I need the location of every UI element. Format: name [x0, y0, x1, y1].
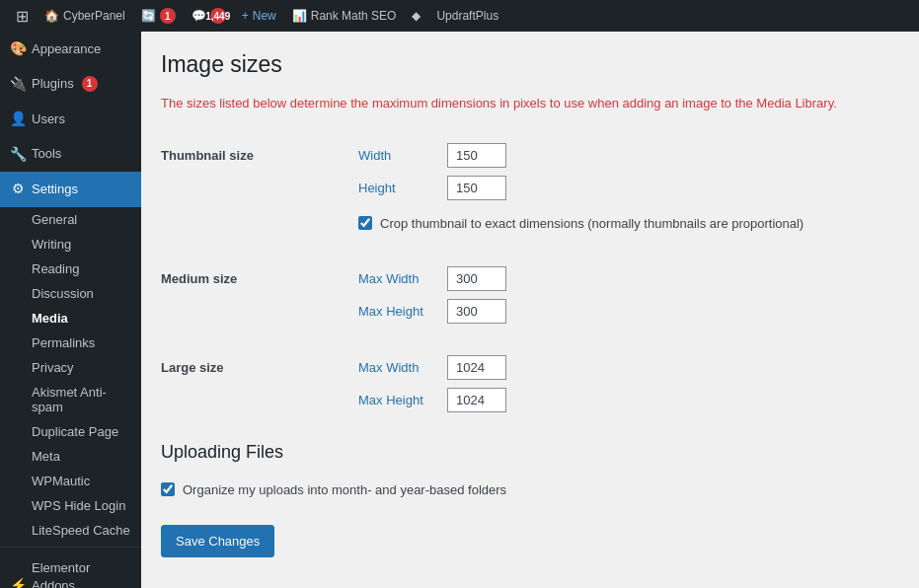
admin-bar-diamond[interactable]: ◆: [404, 0, 428, 32]
crop-label: Crop thumbnail to exact dimensions (norm…: [380, 216, 804, 231]
settings-icon: ⚙: [10, 180, 26, 199]
plugins-badge: 1: [82, 76, 98, 92]
wp-icon: ⊞: [16, 7, 29, 26]
plugins-icon: 🔌: [10, 75, 26, 95]
organize-label: Organize my uploads into month- and year…: [183, 482, 506, 497]
medium-size-table: Medium size Max Width Max Height: [161, 257, 899, 333]
large-height-row: Max Height: [358, 388, 899, 412]
thumbnail-size-table: Thumbnail size Width Height: [161, 133, 899, 245]
sidebar-item-label: Plugins: [32, 75, 74, 93]
updates-badge: 1: [160, 8, 176, 24]
page-title: Image sizes: [161, 51, 899, 78]
thumbnail-width-input[interactable]: [447, 143, 506, 168]
admin-bar: ⊞ 🏠 CyberPanel 🔄 1 💬 1,449 + New 📊 Rank …: [0, 0, 919, 32]
crop-checkbox-row: Crop thumbnail to exact dimensions (norm…: [358, 208, 899, 235]
sidebar-sub-litespeed[interactable]: LiteSpeed Cache: [0, 518, 141, 543]
rankmath-icon: 📊: [292, 9, 307, 23]
large-height-input[interactable]: [447, 388, 506, 412]
sidebar-item-plugins[interactable]: 🔌 Plugins 1: [0, 67, 141, 103]
sidebar-sub-wpmautic[interactable]: WPMautic: [0, 469, 141, 493]
save-section: Save Changes: [161, 525, 899, 557]
admin-bar-wp-logo[interactable]: ⊞: [8, 0, 37, 32]
uploading-title: Uploading Files: [161, 442, 899, 463]
sidebar-item-tools[interactable]: 🔧 Tools: [0, 137, 141, 173]
save-changes-button[interactable]: Save Changes: [161, 525, 274, 557]
users-icon: 👤: [10, 110, 26, 129]
sidebar-item-label: Appearance: [32, 40, 101, 58]
medium-height-label: Max Height: [358, 304, 437, 319]
medium-width-label: Max Width: [358, 271, 437, 286]
sidebar-item-appearance[interactable]: 🎨 Appearance: [0, 32, 141, 67]
medium-size-row: Medium size Max Width Max Height: [161, 257, 899, 333]
comments-badge: 1,449: [210, 8, 226, 24]
medium-size-controls: Max Width Max Height: [358, 257, 899, 333]
thumbnail-size-row: Thumbnail size Width Height: [161, 133, 899, 245]
tools-icon: 🔧: [10, 145, 26, 165]
medium-size-label: Medium size: [161, 257, 358, 333]
large-size-row: Large size Max Width Max Height: [161, 345, 899, 422]
elementor-icon: ⚡: [10, 576, 26, 588]
comments-icon: 💬: [191, 9, 206, 23]
sidebar-sub-privacy[interactable]: Privacy: [0, 355, 141, 380]
large-size-label: Large size: [161, 345, 358, 422]
large-size-controls: Max Width Max Height: [358, 345, 899, 422]
admin-bar-comments[interactable]: 💬 1,449: [184, 0, 234, 32]
sidebar-sub-wps-hide[interactable]: WPS Hide Login: [0, 493, 141, 518]
sidebar-sub-discussion[interactable]: Discussion: [0, 281, 141, 306]
medium-height-row: Max Height: [358, 299, 899, 324]
thumbnail-size-label: Thumbnail size: [161, 133, 358, 245]
main-content: Image sizes The sizes listed below deter…: [141, 32, 919, 588]
large-height-label: Max Height: [358, 393, 437, 407]
appearance-icon: 🎨: [10, 39, 26, 59]
sidebar: 🎨 Appearance 🔌 Plugins 1 👤 Users 🔧 Tools…: [0, 32, 141, 588]
sidebar-sub-duplicate-page[interactable]: Duplicate Page: [0, 419, 141, 444]
admin-bar-cyberpanel[interactable]: 🏠 CyberPanel: [37, 0, 133, 32]
thumbnail-height-label: Height: [358, 181, 437, 195]
admin-bar-updraftplus[interactable]: UpdraftPlus: [428, 0, 506, 32]
sidebar-item-elementor[interactable]: ⚡ Elementor Addons Elements: [0, 551, 141, 588]
sidebar-item-label: Tools: [32, 145, 61, 163]
sidebar-item-users[interactable]: 👤 Users: [0, 102, 141, 137]
sidebar-sub-media[interactable]: Media: [0, 306, 141, 331]
sidebar-item-settings[interactable]: ⚙ Settings: [0, 172, 141, 207]
medium-height-input[interactable]: [447, 299, 506, 324]
admin-bar-updates[interactable]: 🔄 1: [133, 0, 184, 32]
thumbnail-height-row: Height: [358, 176, 899, 200]
large-width-row: Max Width: [358, 355, 899, 380]
thumbnail-width-row: Width: [358, 143, 899, 168]
large-width-label: Max Width: [358, 360, 437, 375]
thumbnail-size-controls: Width Height Crop thumbnail to exact dim…: [358, 133, 899, 245]
sidebar-item-label: Settings: [32, 181, 78, 198]
admin-bar-rankmath[interactable]: 📊 Rank Math SEO: [284, 0, 405, 32]
large-width-input[interactable]: [447, 355, 506, 380]
sidebar-sub-meta[interactable]: Meta: [0, 444, 141, 469]
sidebar-sub-writing[interactable]: Writing: [0, 232, 141, 257]
diamond-icon: ◆: [412, 9, 421, 23]
organize-checkbox[interactable]: [161, 482, 175, 496]
home-icon: 🏠: [44, 9, 59, 23]
sidebar-sub-permalinks[interactable]: Permalinks: [0, 331, 141, 355]
sidebar-sub-akismet[interactable]: Akismet Anti-spam: [0, 380, 141, 419]
info-text: The sizes listed below determine the max…: [161, 94, 899, 113]
uploading-section: Uploading Files Organize my uploads into…: [161, 442, 899, 501]
medium-width-row: Max Width: [358, 266, 899, 291]
admin-bar-new[interactable]: + New: [234, 0, 284, 32]
medium-width-input[interactable]: [447, 266, 506, 291]
large-size-table: Large size Max Width Max Height: [161, 345, 899, 422]
sidebar-divider: [0, 547, 141, 548]
updates-icon: 🔄: [141, 9, 156, 23]
sidebar-sub-reading[interactable]: Reading: [0, 257, 141, 281]
thumbnail-height-input[interactable]: [447, 176, 506, 200]
thumbnail-width-label: Width: [358, 148, 437, 163]
plus-icon: +: [242, 9, 249, 23]
sidebar-item-label: Elementor Addons Elements: [32, 559, 131, 588]
sidebar-sub-general[interactable]: General: [0, 207, 141, 232]
crop-checkbox[interactable]: [358, 216, 372, 230]
sidebar-item-label: Users: [32, 110, 65, 128]
organize-checkbox-row: Organize my uploads into month- and year…: [161, 475, 899, 501]
